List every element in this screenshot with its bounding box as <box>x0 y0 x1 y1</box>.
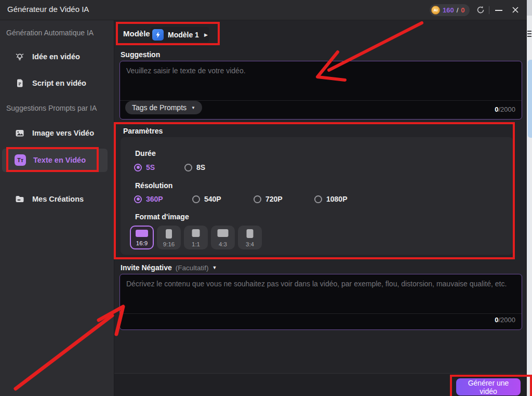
radio-unselected-icon <box>254 195 261 203</box>
aspect-tile-9-16[interactable]: 9:16 <box>157 226 181 249</box>
aspect-16-9-icon <box>136 230 148 237</box>
credits-remaining: 0 <box>461 6 464 14</box>
credits-separator: / <box>457 6 459 14</box>
hamburger-icon <box>527 31 531 32</box>
aspect-1-1-icon <box>192 229 200 237</box>
negative-prompt-optional: (Facultatif) <box>176 264 209 272</box>
model-selector[interactable]: Modèle 1 ▶ <box>150 27 209 42</box>
duration-option-5s[interactable]: 5S <box>134 163 155 171</box>
sidebar-item-idea[interactable]: Idée en vidéo <box>0 46 111 67</box>
aspect-tile-16-9[interactable]: 16:9 <box>130 226 154 249</box>
background-window-blue-element <box>528 60 532 138</box>
ai-coin-icon: AI <box>431 6 440 15</box>
prompt-tags-label: Tags de Prompts <box>132 103 187 112</box>
aspect-3-4-icon <box>247 229 254 238</box>
credits-used: 160 <box>443 6 454 14</box>
sidebar-item-my-creations[interactable]: Mes Créations <box>0 189 111 209</box>
text-to-video-icon: Tт <box>15 154 26 166</box>
sidebar-item-script[interactable]: Script en vidéo <box>0 73 111 94</box>
aspect-4-3-icon <box>218 229 229 237</box>
radio-unselected-icon <box>314 195 322 203</box>
background-window-sliver <box>527 0 532 396</box>
suggestion-input[interactable] <box>120 61 522 100</box>
sidebar-item-label: Script en vidéo <box>32 79 86 87</box>
suggestion-char-counter: 0/2000 <box>495 105 515 113</box>
radio-selected-icon <box>134 164 142 171</box>
chevron-down-icon: ▼ <box>191 105 195 110</box>
suggestion-box: Tags de Prompts ▼ 0/2000 <box>119 61 522 120</box>
negative-prompt-header: Invite Négative (Facultatif) ▼ <box>121 263 217 272</box>
script-icon <box>15 78 25 88</box>
sidebar-item-label: Texte en Vidéo <box>33 156 86 164</box>
aspect-9-16-icon <box>166 229 172 239</box>
resolution-option-540p[interactable]: 540P <box>192 195 221 203</box>
resolution-option-360p[interactable]: 360P <box>134 195 163 203</box>
credits-badge[interactable]: AI 160 / 0 <box>430 4 470 16</box>
resolution-label: Résolution <box>135 181 172 190</box>
prompt-tags-button[interactable]: Tags de Prompts ▼ <box>125 101 202 114</box>
aspect-tile-4-3[interactable]: 4:3 <box>211 226 235 249</box>
aspect-tile-1-1[interactable]: 1:1 <box>184 226 208 249</box>
radio-unselected-icon <box>192 195 200 203</box>
resolution-option-720p[interactable]: 720P <box>254 195 283 203</box>
model-label: Modèle <box>123 29 150 38</box>
window-title: Générateur de Vidéo IA <box>7 5 89 14</box>
titlebar-divider <box>489 6 489 14</box>
sidebar-item-label: Image vers Vidéo <box>32 129 94 137</box>
radio-unselected-icon <box>184 164 192 171</box>
aspect-tile-3-4[interactable]: 3:4 <box>238 226 262 249</box>
resolution-option-1080p[interactable]: 1080P <box>314 195 347 203</box>
duration-label: Durée <box>135 149 156 157</box>
negative-prompt-label: Invite Négative <box>121 263 172 272</box>
minimize-icon[interactable] <box>495 10 502 11</box>
negative-box-divider <box>120 313 522 314</box>
image-icon <box>15 128 25 138</box>
sidebar-header-auto-generation: Génération Automatique IA <box>6 29 94 37</box>
sidebar-item-label: Idée en vidéo <box>32 52 80 61</box>
negative-char-counter: 0/2000 <box>495 316 515 324</box>
parameters-panel: Durée 5S 8S Résolution 360P 540P <box>121 137 513 255</box>
negative-prompt-box: 0/2000 <box>119 274 522 330</box>
model-value: Modèle 1 <box>168 31 199 39</box>
close-icon[interactable] <box>511 6 520 14</box>
folder-icon <box>15 194 25 204</box>
idea-bulb-icon <box>15 51 25 62</box>
aspect-ratio-label: Format d'image <box>135 213 189 221</box>
sidebar-item-text-to-video[interactable]: Tт Texte en Vidéo <box>0 150 111 170</box>
app-window: Générateur de Vidéo IA AI 160 / 0 Généra… <box>0 0 532 396</box>
model-lightning-icon <box>152 29 164 41</box>
sidebar-item-image-to-video[interactable]: Image vers Vidéo <box>0 123 111 143</box>
sidebar-header-prompt-suggestions: Suggestions Prompts par IA <box>6 104 97 112</box>
negative-prompt-input[interactable] <box>120 274 522 313</box>
suggestion-label: Suggestion <box>121 50 160 59</box>
generate-video-button[interactable]: Générer une vidéo <box>456 378 521 395</box>
sidebar-item-label: Mes Créations <box>32 195 84 203</box>
parameters-title: Paramètres <box>123 127 163 135</box>
duration-option-8s[interactable]: 8S <box>184 163 205 171</box>
sidebar: Génération Automatique IA Idée en vidéo … <box>0 20 114 396</box>
refresh-icon[interactable] <box>476 5 485 15</box>
chevron-down-icon[interactable]: ▼ <box>212 265 217 270</box>
radio-selected-icon <box>134 195 142 203</box>
chevron-right-icon: ▶ <box>204 32 208 37</box>
title-bar: Générateur de Vidéo IA AI 160 / 0 <box>0 0 527 20</box>
